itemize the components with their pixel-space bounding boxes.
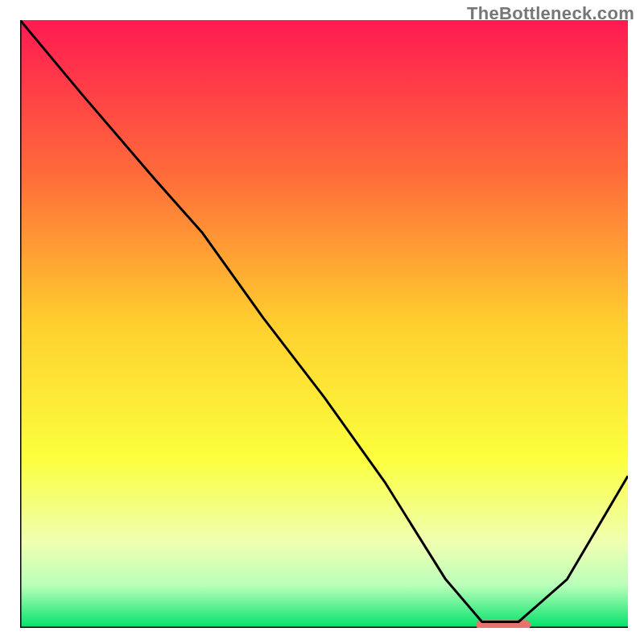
chart-svg <box>20 20 628 628</box>
bottleneck-chart <box>20 20 628 628</box>
chart-background <box>20 20 628 628</box>
